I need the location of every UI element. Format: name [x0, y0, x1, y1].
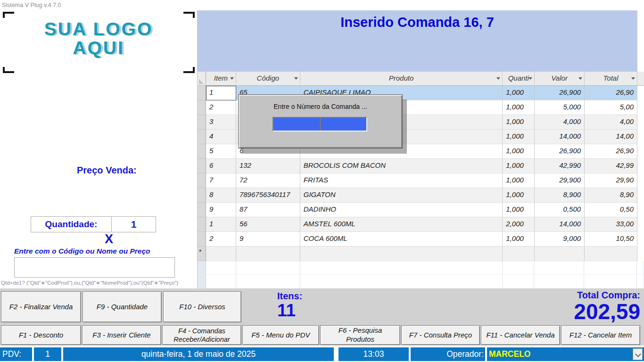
cell-item[interactable]: 1: [206, 217, 236, 232]
new-record-row[interactable]: *: [198, 247, 644, 261]
cell-produto[interactable]: BROCOLIS COM BACON: [300, 159, 503, 173]
cell-produto[interactable]: GIGATON: [300, 188, 503, 203]
filter-arrow-icon[interactable]: [578, 77, 582, 80]
cell-quanti[interactable]: 1,000: [503, 86, 535, 100]
cell-total[interactable]: 10,50: [585, 232, 637, 247]
f7-consulta-preco-button[interactable]: F7 - Consulta Preço: [401, 325, 480, 345]
table-row[interactable]: 6132BROCOLIS COM BACON1,00042,99042,99: [198, 159, 644, 173]
cell-item[interactable]: [206, 247, 236, 261]
cell-quanti[interactable]: 1,000: [503, 188, 535, 203]
operator-dropdown[interactable]: [633, 348, 643, 360]
cell-valor[interactable]: 14,000: [535, 217, 585, 232]
cell-item[interactable]: 2: [206, 232, 236, 247]
column-header-codigo[interactable]: Código: [236, 72, 300, 86]
filter-arrow-icon[interactable]: [230, 77, 234, 80]
f9-quantidade-button[interactable]: F9 - Quantidade: [83, 291, 162, 322]
f6-pesquisa-produtos-button[interactable]: F6 - Pesquisa Produtos: [320, 325, 400, 345]
cell-valor[interactable]: 4,000: [535, 115, 585, 130]
f2-finalizar-venda-button[interactable]: F2 - Finalizar Venda: [1, 291, 81, 322]
cell-produto[interactable]: AMSTEL 600ML: [300, 217, 503, 232]
row-selector[interactable]: [198, 100, 206, 115]
cell-total[interactable]: 33,00: [585, 217, 637, 232]
cell-item[interactable]: 4: [206, 130, 236, 144]
row-selector[interactable]: [198, 144, 206, 159]
comanda-number-input[interactable]: [272, 117, 367, 132]
cell-produto[interactable]: DADINHO: [300, 203, 503, 217]
cell-valor[interactable]: [535, 247, 585, 261]
cell-item[interactable]: 2: [206, 100, 236, 115]
row-selector[interactable]: [198, 217, 206, 232]
f1-desconto-button[interactable]: F1 - Desconto: [1, 325, 81, 345]
f5-menu-pdv-button[interactable]: F5 - Menu do PDV: [242, 325, 319, 345]
cell-valor[interactable]: 29,900: [535, 173, 585, 188]
cell-total[interactable]: 4,00: [585, 115, 637, 130]
cell-total[interactable]: 29,90: [585, 173, 637, 188]
operator-name[interactable]: MARCELO: [487, 347, 644, 361]
f12-cancelar-item-button[interactable]: F12 - Cancelar Item: [561, 325, 640, 345]
cell-codigo[interactable]: 72: [236, 173, 300, 188]
cell-valor[interactable]: 26,900: [535, 144, 585, 159]
table-row[interactable]: 987DADINHO1,0000,5000,50: [198, 203, 644, 217]
cell-codigo[interactable]: 132: [236, 159, 300, 173]
cell-produto[interactable]: [300, 247, 503, 261]
cell-valor[interactable]: 5,000: [535, 100, 585, 115]
table-row[interactable]: 29COCA 600ML1,0009,00010,50: [198, 232, 644, 247]
cell-total[interactable]: 14,00: [585, 130, 637, 144]
cell-quanti[interactable]: [503, 247, 535, 261]
row-selector[interactable]: [198, 173, 206, 188]
filter-arrow-icon[interactable]: [528, 77, 532, 80]
cell-total[interactable]: 5,00: [585, 100, 637, 115]
cell-valor[interactable]: 14,000: [535, 130, 585, 144]
cell-quanti[interactable]: 1,000: [503, 100, 535, 115]
cell-quanti[interactable]: 1,000: [503, 203, 535, 217]
cell-total[interactable]: 0,50: [585, 203, 637, 217]
cell-codigo[interactable]: 7896756340117: [236, 188, 300, 203]
select-all-corner[interactable]: [198, 72, 206, 86]
row-selector[interactable]: [198, 130, 206, 144]
cell-codigo[interactable]: 56: [236, 217, 300, 232]
filter-arrow-icon[interactable]: [496, 77, 500, 80]
f10-diversos-button[interactable]: F10 - Diversos: [163, 291, 241, 322]
cell-quanti[interactable]: 2,000: [503, 217, 535, 232]
column-header-total[interactable]: Total: [585, 72, 637, 86]
cell-valor[interactable]: 0,500: [535, 203, 585, 217]
cell-codigo[interactable]: [236, 247, 300, 261]
row-selector[interactable]: [198, 232, 206, 247]
f3-inserir-cliente-button[interactable]: F3 - Inserir Cliente: [82, 325, 161, 345]
cell-codigo[interactable]: 9: [236, 232, 300, 247]
cell-item[interactable]: 5: [206, 144, 236, 159]
column-header-produto[interactable]: Produto: [300, 72, 503, 86]
cell-item[interactable]: 1: [206, 86, 236, 100]
cell-quanti[interactable]: 1,000: [503, 130, 535, 144]
cell-total[interactable]: 26,90: [585, 86, 637, 100]
filter-arrow-icon[interactable]: [294, 77, 298, 80]
cell-total[interactable]: [585, 247, 637, 261]
cell-total[interactable]: 42,99: [585, 159, 637, 173]
row-selector[interactable]: [198, 115, 206, 130]
cell-quanti[interactable]: 1,000: [503, 173, 535, 188]
cell-item[interactable]: 7: [206, 173, 236, 188]
cell-item[interactable]: 8: [206, 188, 236, 203]
cell-item[interactable]: 3: [206, 115, 236, 130]
cell-valor[interactable]: 42,990: [535, 159, 585, 173]
column-header-valor[interactable]: Valor: [535, 72, 585, 86]
comanda-dialog[interactable]: Entre o Número da Comanda ...: [238, 94, 403, 148]
cell-codigo[interactable]: 87: [236, 203, 300, 217]
cell-quanti[interactable]: 1,000: [503, 232, 535, 247]
cell-quanti[interactable]: 1,000: [503, 144, 535, 159]
cell-quanti[interactable]: 1,000: [503, 159, 535, 173]
table-row[interactable]: 156AMSTEL 600ML2,00014,00033,00: [198, 217, 644, 232]
filter-arrow-icon[interactable]: [631, 77, 635, 80]
f11-cancelar-venda-button[interactable]: F11 - Cancelar Venda: [481, 325, 560, 345]
cell-item[interactable]: 6: [206, 159, 236, 173]
row-selector[interactable]: [198, 203, 206, 217]
row-selector[interactable]: [198, 159, 206, 173]
cell-valor[interactable]: 8,900: [535, 188, 585, 203]
column-header-item[interactable]: Item: [206, 72, 236, 86]
cell-item[interactable]: 9: [206, 203, 236, 217]
code-entry-input[interactable]: [14, 257, 175, 278]
cell-produto[interactable]: FRITAS: [300, 173, 503, 188]
row-selector[interactable]: [198, 86, 206, 100]
cell-quanti[interactable]: 1,000: [503, 115, 535, 130]
cell-valor[interactable]: 26,900: [535, 86, 585, 100]
